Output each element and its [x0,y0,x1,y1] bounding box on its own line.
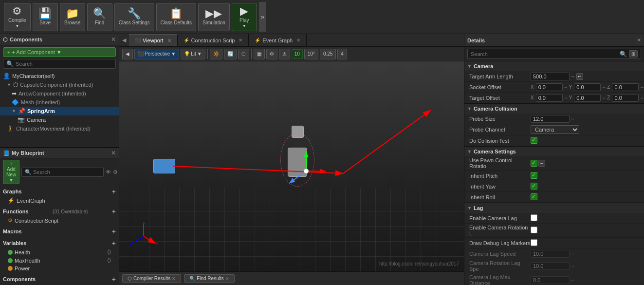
variables-section-header[interactable]: Variables + [0,238,119,248]
toolbar-expand-button[interactable]: » [259,2,266,32]
grid-num-btn[interactable]: 10 [292,49,303,59]
tree-item-springarm[interactable]: ▼ 📌 SpringArm [0,107,119,115]
vp-icon-btn-3[interactable]: ⬡ [238,49,249,59]
vp-icon-btn-5[interactable]: ⚙ [266,49,277,59]
target-z-input[interactable] [612,94,639,102]
tree-item-camera[interactable]: 📷 Camera [0,115,119,124]
details-search-input[interactable] [471,51,618,57]
target-arm-length-input[interactable] [531,73,570,80]
inherit-pitch-checkbox[interactable] [531,172,537,179]
eye-icon[interactable]: 👁 [106,169,111,175]
camera-collision-header[interactable]: ▼ Camera Collision [464,103,644,114]
variables-add-icon[interactable]: + [112,239,116,247]
tab-viewport[interactable]: ⬛ Viewport ✕ [129,34,178,46]
variable-health-item[interactable]: Health ⟨⟩ [0,248,119,256]
inherit-roll-checkbox[interactable] [531,193,537,200]
blueprint-add-button[interactable]: + Add New ▼ [3,160,19,184]
find-results-tab[interactable]: 🔍 Find Results ✕ [184,274,235,283]
arm-length-reset-btn[interactable]: ↩ [576,73,583,80]
event-graph-item[interactable]: ⚡ EventGraph [0,196,119,205]
variable-maxhealth-item[interactable]: MaxHealth ⟨⟩ [0,256,119,265]
add-component-dropdown: ▼ [56,49,62,55]
inherit-yaw-checkbox[interactable] [531,183,537,190]
my-blueprint-close-button[interactable]: ✕ [111,150,116,156]
camera-section-content: Target Arm Length ↔ ↩ Socket Offset X ↔ … [464,71,644,103]
enable-camera-rotation-checkbox[interactable] [531,227,537,233]
details-grid-btn[interactable]: ⊞ [629,50,638,57]
event-tab-close[interactable]: ✕ [296,38,300,43]
probe-size-input[interactable] [531,115,570,123]
tab-construction-script[interactable]: ⚡ Construction Scrip ✕ [178,34,249,46]
construction-script-item[interactable]: ⚙ ConstructionScript [0,216,119,225]
draw-debug-checkbox[interactable] [531,239,537,246]
construction-tab-close[interactable]: ✕ [239,38,242,43]
tree-item-arrow[interactable]: ➡ ArrowComponent (Inherited) [0,89,119,98]
components-close-button[interactable]: ✕ [111,36,116,43]
components-bp-add-icon[interactable]: + [112,275,116,283]
angle-btn[interactable]: 10° [304,49,318,59]
use-pawn-reset-btn[interactable]: ↩ [538,160,545,167]
lag-section-header[interactable]: ▼ Lag [464,203,644,213]
vp-icon-btn-6[interactable]: ⚠ [279,49,290,59]
svg-text:X: X [156,241,158,246]
find-button[interactable]: 🔍 Find [87,3,112,31]
socket-z-input[interactable] [612,83,639,91]
use-pawn-checkbox[interactable] [531,160,537,167]
scale-btn[interactable]: 0.25 [320,49,336,59]
variable-scroll-h[interactable]: ⟨⟩ [107,249,111,255]
lit-btn[interactable]: 💡 Lit ▼ [181,49,205,59]
target-y-input[interactable] [574,94,601,102]
find-results-close[interactable]: ✕ [225,276,229,281]
play-button[interactable]: ▶ Play ▼ [232,3,257,31]
camera-label: Camera [27,117,46,123]
compiler-results-tab[interactable]: ⬡ Compiler Results ✕ [122,274,181,283]
perspective-btn[interactable]: ⬛ Perspective ▼ [134,49,179,59]
variable-power-item[interactable]: Power [0,265,119,272]
variable-scroll-mh[interactable]: ⟨⟩ [107,257,111,264]
camera-section-header[interactable]: ▼ Camera [464,61,644,71]
camera-rotation-lag-input[interactable] [531,262,570,270]
tab-collapse-btn[interactable]: ◀ [119,37,129,43]
tree-item-mesh[interactable]: 🔷 Mesh (Inherited) [0,98,119,107]
viewport-tab-close[interactable]: ✕ [167,38,171,43]
compiler-close[interactable]: ✕ [172,276,176,281]
target-x-input[interactable] [536,94,563,102]
camera-lag-max-input[interactable] [531,276,570,284]
graphs-section-header[interactable]: Graphs + [0,187,119,196]
settings-icon[interactable]: ⚙ [113,169,118,175]
camera-settings-header[interactable]: ▼ Camera Settings [464,146,644,156]
tree-item-capsule[interactable]: ▼ ⬡ CapsuleComponent (Inherited) [0,80,119,89]
enable-camera-lag-checkbox[interactable] [531,214,537,221]
simulation-button[interactable]: ▶▶ Simulation [198,3,230,31]
functions-add-icon[interactable]: + [112,208,116,215]
do-collision-test-checkbox[interactable] [531,137,537,144]
functions-section-header[interactable]: Functions (31 Overridable) + [0,207,119,216]
blueprint-search-input[interactable] [33,169,100,175]
socket-y-input[interactable] [574,83,601,91]
components-search-input[interactable] [16,61,112,67]
graphs-add-icon[interactable]: + [112,188,116,195]
tab-event-graph[interactable]: ⚡ Event Graph ✕ [249,34,307,46]
vp-icon-btn-1[interactable]: 🔆 [210,49,222,59]
browse-button[interactable]: 📁 Browse [60,3,85,31]
compile-button[interactable]: ⚙ Compile ▼ [4,3,31,31]
probe-channel-select[interactable]: Camera WorldStatic WorldDynamic [531,125,579,134]
tree-item-mycharactor[interactable]: 👤 MyCharactor(self) [0,72,119,80]
tree-item-charactermovement[interactable]: 🚶 CharacterMovement (Inherited) [0,124,119,133]
variables-section: Variables + Health ⟨⟩ MaxHealth ⟨⟩ Power [0,237,119,273]
camera-lag-speed-input[interactable] [531,250,570,258]
socket-x-input[interactable] [536,83,563,91]
details-close-btn[interactable]: ✕ [637,37,641,43]
macros-section-header[interactable]: Macros + [0,227,119,236]
vp-icon-btn-2[interactable]: 🔄 [224,49,237,59]
add-component-button[interactable]: + + Add Component ▼ [3,47,116,57]
macros-add-icon[interactable]: + [112,228,116,235]
save-button[interactable]: 💾 Save [33,3,58,31]
viewport-back-btn[interactable]: ◀ [122,49,133,59]
components-section-header[interactable]: Components + [0,274,119,284]
blueprint-search-bar: 🔍 [21,168,104,177]
class-defaults-button[interactable]: 📋 Class Defaults [156,3,196,31]
vp-icon-btn-4[interactable]: ▦ [254,49,265,59]
icon-size-btn[interactable]: 4 [337,49,347,59]
class-settings-button[interactable]: 🔧 Class Settings [114,3,154,31]
